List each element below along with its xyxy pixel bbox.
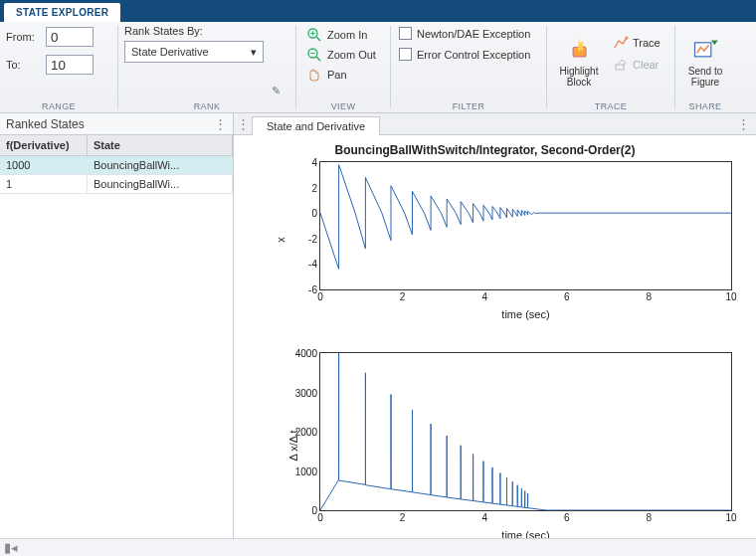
ytick: -2 [287,233,317,244]
xtick: 0 [317,291,323,302]
error-label: Error Control Exception [417,49,530,61]
hand-icon [306,67,322,83]
zoom-in-button[interactable]: Zoom In [302,25,371,45]
clear-button: Clear [609,55,668,75]
ytick: 0 [287,208,317,219]
view-group-label: VIEW [302,100,384,111]
range-group-label: RANGE [6,100,111,111]
newton-checkbox[interactable]: Newton/DAE Exception [397,25,532,42]
ytick: 4 [287,157,317,168]
rank-select[interactable]: State Derivative ▾ [124,41,264,63]
trace-icon [613,35,629,51]
tab-strip: ⋮ State and Derivative ⋮ [234,113,756,135]
ytick: 2 [287,182,317,193]
checkbox-icon [399,27,412,40]
cell-state: BouncingBallWi... [88,156,233,174]
group-filter: Newton/DAE Exception Error Control Excep… [391,22,546,112]
xtick: 4 [481,291,487,302]
status-bar: ▮◂ [0,538,756,556]
group-share: Send to Figure SHARE [675,22,735,112]
xlabel-1: time (sec) [319,308,732,320]
plot-deriv: Δ x/Δ t 010002000300040000246810 time (s… [280,352,732,539]
to-input[interactable] [46,55,94,75]
nav-back-icon[interactable]: ▮◂ [4,540,18,555]
xtick: 10 [725,291,736,302]
zoom-in-icon [306,27,322,43]
send-to-figure-button[interactable]: Send to Figure [681,36,729,90]
app-tab[interactable]: STATE EXPLORER [4,3,120,22]
xtick: 8 [647,512,653,523]
ranked-states-header: Ranked States ⋮ [0,113,233,135]
newton-label: Newton/DAE Exception [417,28,530,40]
ytick: 3000 [287,387,317,398]
checkbox-icon [399,48,412,61]
tab-options-icon[interactable]: ⋮ [737,116,750,131]
ylabel-x: x [275,237,286,243]
clear-label: Clear [633,59,659,71]
pan-button[interactable]: Pan [302,65,351,85]
ytick: 2000 [287,427,317,438]
group-view: Zoom In Zoom Out Pan VIEW [296,22,390,112]
xtick: 0 [317,512,323,523]
svg-rect-9 [616,65,624,70]
ytick: -4 [287,259,317,270]
zoom-out-button[interactable]: Zoom Out [302,45,380,65]
rank-selected: State Derivative [131,46,209,58]
ranked-states-title: Ranked States [6,117,85,131]
from-input[interactable] [46,27,94,47]
xtick: 8 [647,291,653,302]
zoom-out-label: Zoom Out [327,49,376,61]
cell-deriv: 1 [0,175,88,193]
to-label: To: [6,59,40,71]
highlight-label: Highlight Block [560,66,599,88]
group-range: From: To: RANGE [0,22,117,112]
panel-menu-icon[interactable]: ⋮ [214,116,227,131]
edit-icon[interactable]: ✎ [272,85,281,97]
from-label: From: [6,31,40,43]
chart-area: BouncingBallWithSwitch/Integrator, Secon… [234,135,756,556]
trace-group-label: TRACE [553,100,668,111]
trace-button[interactable]: Trace [609,33,668,53]
col-derivative[interactable]: f(Derivative) [0,135,88,155]
clear-icon [613,57,629,73]
table-header: f(Derivative) State [0,135,233,156]
ranked-states-panel: Ranked States ⋮ f(Derivative) State 1000… [0,113,234,556]
plot-panel: ⋮ State and Derivative ⋮ BouncingBallWit… [234,113,756,556]
share-group-label: SHARE [681,100,729,111]
plot-box[interactable]: 010002000300040000246810 [319,352,732,511]
xtick: 6 [564,291,570,302]
ytick: 0 [287,505,317,516]
figure-icon [691,38,719,64]
svg-line-5 [316,57,320,61]
table-row[interactable]: 1BouncingBallWi... [0,175,233,194]
highlight-icon [565,38,593,64]
tab-menu-icon[interactable]: ⋮ [237,116,250,131]
plot-x: x -6-4-20240246810 time (sec) [280,161,732,318]
xtick: 6 [564,512,570,523]
rank-group-label: RANK [124,100,289,111]
group-trace: Highlight Block Trace Clear TRACE [547,22,674,112]
pan-label: Pan [327,69,347,81]
xtick: 10 [725,512,736,523]
group-rank: Rank States By: State Derivative ▾ ✎ RAN… [118,22,295,112]
chart-title: BouncingBallWithSwitch/Integrator, Secon… [234,143,736,157]
ranked-states-table: f(Derivative) State 1000BouncingBallWi..… [0,135,233,194]
tab-state-derivative[interactable]: State and Derivative [252,116,380,135]
svg-point-8 [626,37,629,40]
xtick: 2 [400,291,406,302]
trace-label: Trace [633,37,661,49]
zoom-out-icon [306,47,322,63]
table-row[interactable]: 1000BouncingBallWi... [0,156,233,175]
ytick: 1000 [287,465,317,476]
cell-deriv: 1000 [0,156,88,174]
send-label: Send to Figure [688,66,722,88]
highlight-button[interactable]: Highlight Block [553,36,605,90]
svg-line-1 [316,37,320,41]
ribbon: From: To: RANGE Rank States By: State De… [0,22,756,113]
col-state[interactable]: State [88,135,233,155]
zoom-in-label: Zoom In [327,29,367,41]
dropdown-icon: ▾ [251,46,257,59]
plot-box[interactable]: -6-4-20240246810 [319,161,732,290]
xtick: 2 [400,512,406,523]
error-checkbox[interactable]: Error Control Exception [397,46,532,63]
